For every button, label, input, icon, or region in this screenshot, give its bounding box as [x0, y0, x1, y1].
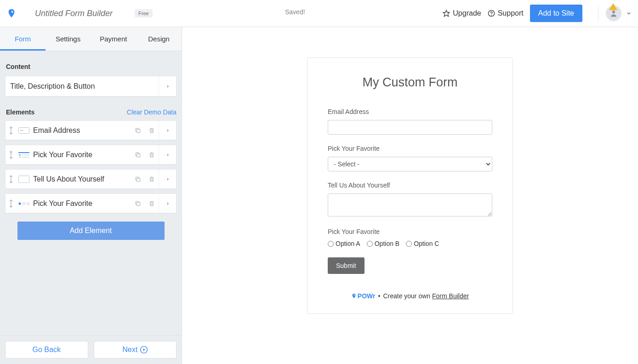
chevron-right-icon[interactable]: [159, 194, 176, 213]
tab-settings[interactable]: Settings: [46, 27, 91, 51]
radio-option[interactable]: Option B: [367, 240, 399, 247]
text-input-icon: [17, 126, 30, 135]
svg-rect-4: [19, 127, 29, 133]
drag-handle-icon[interactable]: [6, 175, 17, 183]
add-to-site-button[interactable]: Add to Site: [530, 5, 582, 22]
favorite2-label: Pick Your Favorite: [328, 228, 492, 235]
svg-rect-6: [137, 129, 140, 132]
branding-footer: POWr • Create your own Form Builder: [328, 292, 492, 300]
clear-demo-link[interactable]: Clear Demo Data: [127, 108, 177, 116]
help-icon: [488, 10, 495, 17]
element-label: Tell Us About Yourself: [33, 175, 131, 183]
svg-rect-14: [137, 178, 140, 181]
duplicate-icon[interactable]: [131, 152, 145, 158]
about-textarea[interactable]: [328, 193, 492, 216]
svg-point-2: [491, 15, 491, 16]
powr-name: POWr: [358, 292, 376, 300]
support-label: Support: [498, 9, 524, 17]
delete-icon[interactable]: [145, 200, 159, 207]
favorite-select[interactable]: - Select -: [328, 157, 492, 171]
delete-icon[interactable]: [145, 152, 159, 158]
svg-point-16: [23, 202, 25, 205]
duplicate-icon[interactable]: [131, 200, 145, 207]
svg-point-17: [27, 202, 29, 205]
delete-icon[interactable]: [145, 176, 159, 182]
favorite-label: Pick Your Favorite: [328, 145, 492, 152]
save-status: Saved!: [285, 8, 305, 16]
element-label: Pick Your Favorite: [33, 199, 131, 208]
brand-logo[interactable]: [6, 7, 17, 20]
drag-handle-icon[interactable]: [6, 126, 17, 135]
select-icon: [17, 150, 30, 159]
radio-icon: [17, 199, 30, 208]
element-card[interactable]: Pick Your Favorite: [5, 145, 177, 165]
brand-link[interactable]: Form Builder: [432, 292, 469, 300]
textarea-icon: [17, 175, 30, 184]
radio-label: Option C: [414, 240, 439, 247]
submit-button[interactable]: Submit: [328, 257, 365, 274]
user-icon: [610, 9, 618, 17]
tab-payment[interactable]: Payment: [91, 27, 137, 51]
element-label: Pick Your Favorite: [33, 151, 131, 159]
svg-point-8: [19, 154, 21, 155]
account-menu[interactable]: [598, 6, 632, 21]
svg-point-3: [612, 11, 615, 13]
plan-badge: Free: [135, 9, 153, 17]
svg-point-10: [19, 156, 21, 158]
app-title: Untitled Form Builder: [35, 9, 113, 18]
tab-form[interactable]: Form: [0, 27, 46, 51]
radio-label: Option B: [375, 240, 399, 247]
element-card[interactable]: Email Address: [5, 120, 177, 140]
delete-icon[interactable]: [145, 127, 159, 134]
chevron-right-icon[interactable]: [159, 145, 176, 164]
chevron-right-icon[interactable]: [159, 76, 176, 96]
upgrade-label: Upgrade: [453, 9, 481, 17]
drag-handle-icon[interactable]: [6, 151, 17, 159]
radio-input[interactable]: [328, 241, 334, 247]
title-card-label: Title, Description & Button: [6, 82, 159, 91]
brand-dot: •: [378, 292, 380, 300]
element-card[interactable]: Pick Your Favorite: [5, 193, 177, 213]
title-description-card[interactable]: Title, Description & Button: [5, 76, 177, 97]
go-back-button[interactable]: Go Back: [5, 341, 88, 358]
arrow-right-icon: [140, 346, 148, 353]
sidebar-footer: Go Back Next: [0, 335, 182, 364]
form-preview: My Custom Form Email Address Pick Your F…: [182, 27, 638, 364]
star-icon: [443, 10, 450, 17]
about-label: Tell Us About Yourself: [328, 182, 492, 189]
powr-logo[interactable]: POWr: [351, 292, 376, 300]
duplicate-icon[interactable]: [131, 176, 145, 182]
svg-marker-0: [444, 10, 450, 16]
radio-input[interactable]: [406, 241, 412, 247]
element-card[interactable]: Tell Us About Yourself: [5, 169, 177, 189]
add-element-button[interactable]: Add Element: [17, 222, 165, 240]
email-label: Email Address: [328, 108, 492, 115]
elements-section-title: Elements: [6, 108, 34, 116]
svg-rect-13: [19, 176, 29, 182]
app-header: Untitled Form Builder Free Saved! Upgrad…: [0, 0, 638, 27]
element-label: Email Address: [33, 126, 131, 135]
radio-label: Option A: [336, 240, 360, 247]
user-avatar: [606, 6, 621, 21]
email-input[interactable]: [328, 120, 492, 135]
upgrade-link[interactable]: Upgrade: [443, 9, 481, 17]
radio-option[interactable]: Option A: [328, 240, 360, 247]
go-back-label: Go Back: [33, 346, 61, 354]
form-title: My Custom Form: [328, 75, 492, 90]
svg-rect-18: [137, 202, 140, 205]
chevron-right-icon[interactable]: [159, 170, 176, 188]
next-button[interactable]: Next: [94, 341, 177, 358]
drag-handle-icon[interactable]: [6, 199, 17, 208]
radio-option[interactable]: Option C: [406, 240, 439, 247]
chevron-right-icon[interactable]: [159, 121, 176, 140]
duplicate-icon[interactable]: [131, 127, 145, 134]
radio-input[interactable]: [367, 241, 373, 247]
brand-text: Create your own: [383, 292, 432, 300]
bolt-icon: [351, 293, 357, 299]
warning-icon: [609, 3, 617, 10]
support-link[interactable]: Support: [488, 9, 524, 17]
tab-design[interactable]: Design: [136, 27, 182, 51]
content-section-title: Content: [6, 63, 177, 70]
sidebar-tabs: Form Settings Payment Design: [0, 27, 182, 51]
chevron-down-icon: [626, 11, 632, 16]
